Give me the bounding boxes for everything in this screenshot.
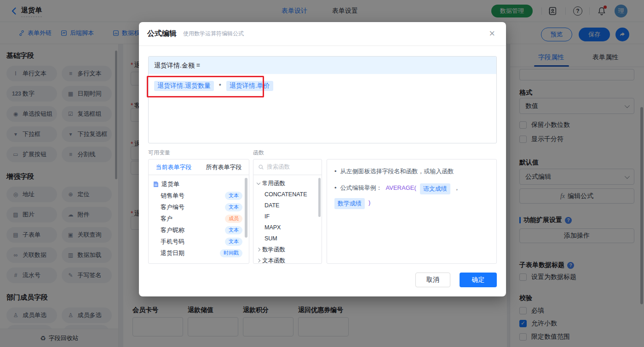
variables-root-node[interactable]: 退货单 (149, 178, 249, 190)
variable-row[interactable]: 客户编号文本 (149, 201, 249, 213)
formula-operator: * (219, 82, 221, 89)
formula-target: 退货详情.金额 = (149, 57, 496, 74)
search-icon (258, 164, 264, 170)
functions-panel: 搜索函数 常用函数 CONCATENATE DATE IF MAPX SUM 数… (253, 159, 322, 264)
app-window: 退货单 表单设计 表单设置 数据管理 ? 理 (0, 0, 644, 347)
function-item[interactable]: SUM (253, 233, 322, 244)
type-badge: 文本 (225, 203, 242, 211)
variables-scrollbar[interactable] (245, 178, 247, 238)
variable-row[interactable]: 手机号码文本 (149, 236, 249, 247)
type-badge: 文本 (225, 238, 242, 246)
function-group-text[interactable]: 文本函数 (253, 255, 322, 264)
variables-label: 可用变量 (148, 149, 170, 157)
variables-panel: 当前表单字段 所有表单字段 退货单 销售单号文本 客户编号文本 客户成员 客户昵… (148, 159, 249, 264)
type-badge: 文本 (225, 226, 242, 234)
variables-tabs: 当前表单字段 所有表单字段 (149, 159, 249, 175)
function-group-math[interactable]: 数学函数 (253, 244, 322, 255)
formula-editor-modal: 公式编辑 使用数学运算符编辑公式 × 退货详情.金额 = 退货详情.退货数量 *… (139, 22, 506, 296)
example-field-chip: 语文成绩 (420, 183, 450, 194)
function-item[interactable]: DATE (253, 200, 322, 211)
modal-header: 公式编辑 使用数学运算符编辑公式 (139, 22, 506, 46)
variables-tree: 退货单 销售单号文本 客户编号文本 客户成员 客户昵称文本 手机号码文本 退货日… (149, 175, 249, 259)
variable-row[interactable]: 销售单号文本 (149, 190, 249, 201)
caret-right-icon (257, 248, 260, 251)
formula-help-panel: • 从左侧面板选择字段名和函数，或输入函数 • 公式编辑举例： AVERAGE(… (327, 159, 497, 264)
caret-right-icon (257, 259, 260, 262)
function-item[interactable]: MAPX (253, 222, 322, 233)
function-item[interactable]: CONCATENATE (253, 189, 322, 200)
tab-current-form-fields[interactable]: 当前表单字段 (156, 163, 192, 171)
cancel-button[interactable]: 取消 (415, 273, 450, 287)
variable-row[interactable]: 退货日期时间戳 (149, 247, 249, 259)
function-name-example: AVERAGE( (386, 183, 416, 193)
functions-scrollbar[interactable] (318, 178, 321, 217)
type-badge: 时间戳 (220, 249, 242, 257)
help-line-1: • 从左侧面板选择字段名和函数，或输入函数 (334, 167, 489, 176)
example-field-chip: 数学成绩 (334, 198, 365, 209)
modal-subtitle: 使用数学运算符编辑公式 (183, 30, 244, 38)
variable-row[interactable]: 客户成员 (149, 213, 249, 224)
formula-field-token[interactable]: 退货详情.单价 (226, 81, 273, 91)
type-badge: 文本 (225, 192, 242, 200)
tab-all-form-fields[interactable]: 所有表单字段 (206, 163, 242, 171)
formula-expression[interactable]: 退货详情.退货数量 * 退货详情.单价 (149, 74, 496, 98)
functions-label: 函数 (253, 149, 264, 157)
function-search-input[interactable]: 搜索函数 (253, 159, 322, 175)
variable-row[interactable]: 客户昵称文本 (149, 224, 249, 236)
function-item[interactable]: IF (253, 211, 322, 222)
formula-editor-box[interactable]: 退货详情.金额 = 退货详情.退货数量 * 退货详情.单价 (148, 56, 497, 143)
caret-down-icon (257, 181, 260, 184)
modal-title: 公式编辑 (147, 29, 177, 39)
function-group-common[interactable]: 常用函数 (253, 178, 322, 189)
help-line-2: • 公式编辑举例： AVERAGE( 语文成绩 ， 数学成绩 ) (334, 183, 489, 209)
confirm-button[interactable]: 确定 (460, 273, 497, 287)
formula-field-token[interactable]: 退货详情.退货数量 (154, 81, 214, 91)
close-icon[interactable]: × (489, 28, 495, 40)
form-doc-icon (153, 181, 159, 188)
type-badge: 成员 (225, 215, 242, 223)
